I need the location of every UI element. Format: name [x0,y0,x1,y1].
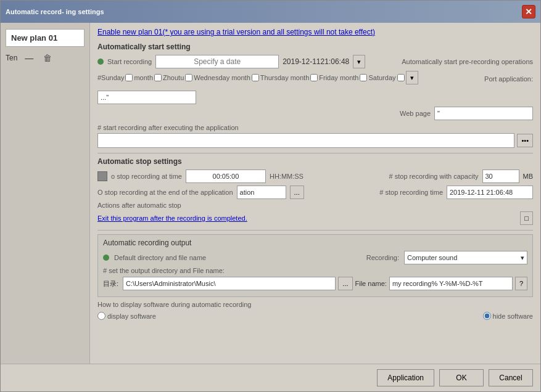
output-row-1: Default directory and file name Recordin… [103,251,527,264]
stop-time-hint: HH:MM:SS [270,173,304,180]
recording-value: Computer sound [407,254,457,261]
stop-app-btn[interactable]: ... [290,186,304,199]
datetime-value: 2019-12-1121:06:48 [283,57,349,66]
day-fri[interactable] [360,74,367,81]
after-app-label: # start recording after executing the ap… [97,124,533,131]
stop-app-label: O stop recording at the end of the appli… [97,189,233,196]
display-label: display software [107,312,156,320]
sidebar-minus-button[interactable]: — [22,52,36,64]
exit-link[interactable]: Exit this program after the recording is… [97,214,247,222]
sidebar-action-label: Ten [6,54,17,62]
stop-app-input[interactable] [237,186,286,199]
actions-row: Actions after automatic stop [97,202,533,209]
hide-label: hide software [493,312,533,320]
output-default-icon [103,255,109,261]
stop-capacity-input[interactable] [482,169,519,183]
divider-1 [97,153,533,153]
webpage-row: Web page " [97,107,533,120]
dialog-window: Automatic record- ing settings ✕ New pla… [0,0,541,392]
port-app-row: #Sunday month Zhoutu Wednesday month Thu… [97,71,533,104]
days-row: #Sunday month Zhoutu Wednesday month Thu… [97,71,418,84]
dir-browse-btn[interactable]: ... [338,277,352,290]
footer: Application OK Cancel [1,364,540,391]
filename-label: File name: [355,280,387,287]
stop-section-title: Automatic stop settings [97,157,533,166]
close-button[interactable]: ✕ [522,5,535,18]
webpage-value: " [437,110,440,117]
title-bar: Automatic record- ing settings ✕ [1,1,540,23]
stop-rec-time-input[interactable] [447,186,533,199]
filename-input[interactable] [389,277,513,290]
divider-2 [97,230,533,231]
start-recording-row: Start recording 2019-12-1121:06:48 ▾ Aut… [97,55,533,68]
stop-row-1: o stop recording at time HH:MM:SS # stop… [97,169,533,183]
pre-recording-label: Automatically start pre-recording operat… [402,58,533,65]
port-app-value: ..." [101,94,109,101]
enable-link[interactable]: Enable new plan 01(* you are using a tri… [97,28,533,36]
hide-radio[interactable] [483,312,491,320]
ok-button[interactable]: OK [439,369,484,386]
date-input[interactable] [155,55,279,68]
actions-label: Actions after automatic stop [97,202,181,209]
stop-capacity-label: # stop recording with capacity [389,173,479,180]
port-app-dropdown[interactable]: ..." [97,91,196,104]
stop-time-input[interactable] [186,169,266,183]
day-sat[interactable] [397,74,405,81]
set-label: # set the output directory and File name… [103,267,527,274]
webpage-dropdown[interactable]: " [434,107,533,120]
recording-label: Recording: [366,254,399,261]
webpage-label: Web page [400,110,431,117]
application-button[interactable]: Application [377,369,434,386]
cancel-button[interactable]: Cancel [489,369,533,386]
day-wed[interactable] [252,74,259,81]
start-recording-label: Start recording [107,58,152,65]
main-content: Enable new plan 01(* you are using a tri… [90,23,540,364]
port-app-label: Port application: [484,75,533,83]
app-input-btn[interactable]: ••• [517,134,533,147]
dialog-body: New plan 01 Ten — 🗑 Enable new plan 01(*… [1,23,540,364]
display-radio[interactable] [97,312,105,320]
day-sunday[interactable] [125,74,133,81]
capacity-unit: MB [523,173,534,180]
output-section: Automatic recording output Default direc… [97,234,533,297]
day-month1[interactable] [154,74,162,81]
dialog-title: Automatic record- ing settings [6,7,104,16]
output-default-label: Default directory and file name [114,254,206,261]
app-input-row: ••• [97,133,533,148]
sidebar: New plan 01 Ten — 🗑 [1,23,90,364]
app-input[interactable] [97,133,514,148]
help-button[interactable]: ? [515,277,527,290]
stop-time-label: o stop recording at time [111,173,182,180]
start-section-title: Automatically start setting [97,43,533,51]
sidebar-delete-button[interactable]: 🗑 [41,52,54,64]
stop-recording-icon [97,171,107,181]
display-section-title: How to display software during automatic… [97,301,533,308]
hide-radio-label: hide software [483,312,533,320]
sidebar-plan-item[interactable]: New plan 01 [6,29,85,47]
recording-dropdown-arrow: ▾ [521,254,524,262]
dir-input[interactable] [123,277,336,290]
day-thu[interactable] [310,74,318,81]
stop-row-2: O stop recording at the end of the appli… [97,186,533,199]
recording-dropdown[interactable]: Computer sound ▾ [404,251,527,264]
sidebar-actions: Ten — 🗑 [6,52,85,64]
start-recording-icon [97,59,104,65]
date-dropdown-btn[interactable]: ▾ [353,55,365,68]
actions-icon-btn[interactable]: □ [520,211,533,225]
day-zhoutu[interactable] [185,74,192,81]
display-radio-label: display software [97,312,156,320]
exit-link-row: Exit this program after the recording is… [97,211,533,225]
dir-row: 目录: ... File name: ? [103,277,527,290]
stop-rec-time-label: # stop recording time [379,189,443,196]
dir-label: 目录: [103,279,120,288]
display-row: display software hide software [97,312,533,320]
days-dropdown-btn[interactable]: ▾ [406,71,418,84]
output-section-title: Automatic recording output [103,239,527,247]
